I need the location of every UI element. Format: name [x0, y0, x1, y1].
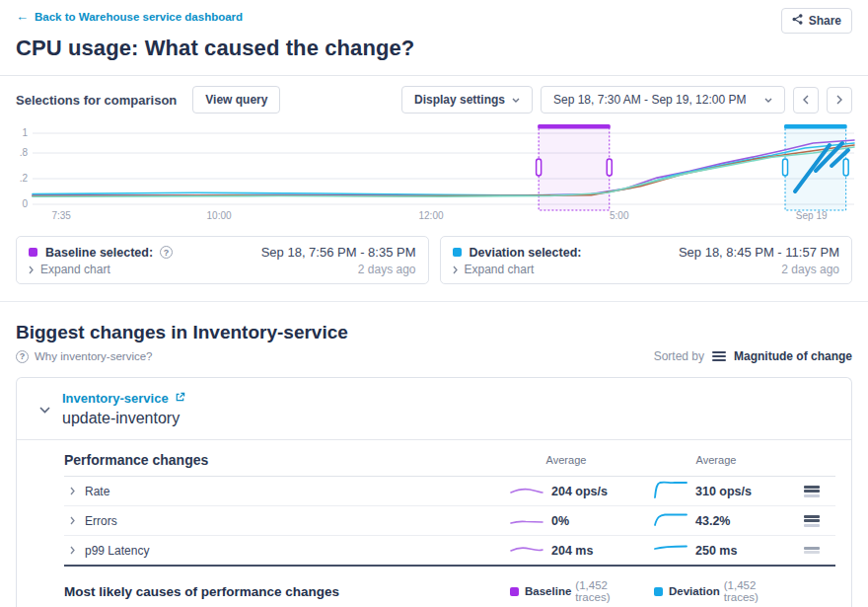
back-link[interactable]: ← Back to Warehouse service dashboard — [16, 10, 243, 23]
deviation-swatch — [453, 248, 462, 257]
date-range-value: Sep 18, 7:30 AM - Sep 19, 12:00 PM — [553, 93, 746, 107]
svg-text:.8: .8 — [20, 147, 29, 158]
baseline-sparkline — [510, 543, 543, 558]
svg-text:.2: .2 — [20, 173, 29, 184]
causes-header: Most likely causes of performance change… — [64, 565, 835, 607]
sort-icon[interactable] — [712, 351, 726, 361]
why-inventory-service-link[interactable]: ? Why inventory-service? — [16, 350, 153, 363]
page-title: CPU usage: What caused the change? — [16, 36, 852, 61]
baseline-label: Baseline selected: — [45, 246, 153, 260]
svg-text:10:00: 10:00 — [207, 210, 232, 221]
chevron-right-icon[interactable] — [70, 487, 75, 495]
comparison-chart[interactable]: 1.8.207:3510:0012:005:00Sep 19 — [0, 119, 868, 226]
magnitude-of-change-icon[interactable] — [804, 486, 820, 497]
external-link-icon — [175, 392, 185, 406]
baseline-sparkline — [510, 513, 543, 528]
magnitude-of-change-icon[interactable] — [804, 515, 820, 527]
biggest-changes-header: Biggest changes in Inventory-service ? W… — [16, 322, 852, 363]
deviation-sparkline — [654, 511, 687, 530]
next-time-button[interactable] — [827, 87, 852, 114]
operation-name: update-inventory — [62, 410, 185, 427]
back-arrow-icon: ← — [16, 10, 29, 23]
deviation-legend: Deviation (1,452 traces) — [644, 579, 788, 603]
perf-row-p99-latency[interactable]: p99 Latency 204 ms 250 ms — [64, 536, 835, 566]
deviation-ago: 2 days ago — [781, 263, 839, 276]
baseline-ago: 2 days ago — [358, 263, 416, 276]
baseline-legend: Baseline (1,452 traces) — [488, 579, 644, 603]
baseline-average-header: Average — [488, 454, 644, 466]
deviation-card: Deviation selected: Sep 18, 8:45 PM - 11… — [440, 236, 853, 284]
date-range-select[interactable]: Sep 18, 7:30 AM - Sep 19, 12:00 PM — [541, 86, 785, 114]
comparison-chart-svg[interactable]: 1.8.207:3510:0012:005:00Sep 19 — [0, 119, 868, 223]
magnitude-of-change-icon[interactable] — [804, 547, 820, 555]
baseline-expand-chart[interactable]: Expand chart — [29, 263, 110, 276]
chevron-down-icon — [512, 98, 520, 103]
svg-text:5:00: 5:00 — [610, 210, 629, 221]
svg-text:Sep 19: Sep 19 — [796, 210, 828, 221]
svg-text:7:35: 7:35 — [51, 210, 71, 221]
deviation-sparkline — [654, 543, 687, 558]
baseline-sparkline — [510, 484, 543, 498]
service-card-header[interactable]: Inventory-service update-inventory — [17, 378, 851, 440]
deviation-range: Sep 18, 8:45 PM - 11:57 PM — [679, 245, 839, 260]
chevron-left-icon — [803, 95, 809, 105]
toolbar-right: Display settings Sep 18, 7:30 AM - Sep 1… — [401, 86, 852, 114]
deviation-sparkline — [654, 480, 687, 502]
svg-text:1: 1 — [22, 127, 28, 138]
prev-time-button[interactable] — [793, 87, 819, 114]
deviation-expand-chart[interactable]: Expand chart — [453, 263, 535, 276]
selections-label: Selections for comparison — [16, 93, 177, 108]
deviation-average-header: Average — [644, 454, 788, 466]
inventory-service-link[interactable]: Inventory-service — [62, 391, 169, 406]
svg-text:0: 0 — [22, 198, 28, 209]
sorted-by-label: Sorted by — [654, 349, 704, 363]
comparison-toolbar: Selections for comparison View query Dis… — [0, 76, 868, 117]
chevron-right-icon — [836, 95, 842, 105]
chevron-right-icon[interactable] — [70, 516, 75, 525]
baseline-swatch — [29, 248, 37, 257]
deviation-label: Deviation selected: — [470, 246, 582, 260]
baseline-card: Baseline selected: ? Sep 18, 7:56 PM - 8… — [16, 236, 429, 284]
chevron-right-icon — [453, 266, 458, 274]
sorted-by-control: Sorted by Magnitude of change — [654, 349, 852, 363]
view-query-button[interactable]: View query — [192, 86, 280, 114]
baseline-swatch — [510, 587, 519, 596]
baseline-range: Sep 18, 7:56 PM - 8:35 PM — [261, 245, 416, 260]
share-icon — [792, 14, 803, 28]
inventory-service-card: Inventory-service update-inventory Perfo… — [16, 377, 852, 607]
chevron-down-icon[interactable] — [39, 403, 50, 417]
svg-text:12:00: 12:00 — [418, 210, 443, 221]
back-link-label: Back to Warehouse service dashboard — [35, 11, 243, 23]
share-button[interactable]: Share — [781, 8, 852, 34]
selection-cards: Baseline selected: ? Sep 18, 7:56 PM - 8… — [16, 236, 852, 284]
causes-title: Most likely causes of performance change… — [64, 584, 488, 599]
deviation-swatch — [654, 587, 663, 596]
section-divider — [0, 301, 868, 302]
biggest-changes-title: Biggest changes in Inventory-service — [16, 322, 852, 343]
share-label: Share — [809, 14, 841, 28]
perf-row-errors[interactable]: Errors 0% 43.2% — [64, 506, 835, 536]
performance-changes-title: Performance changes — [64, 452, 488, 468]
performance-changes-section: Performance changes Average Average Rate… — [17, 440, 851, 607]
chevron-right-icon — [29, 266, 34, 274]
page-header: ← Back to Warehouse service dashboard Sh… — [0, 0, 868, 61]
chevron-right-icon[interactable] — [70, 546, 75, 555]
display-settings-button[interactable]: Display settings — [401, 86, 533, 114]
sort-value[interactable]: Magnitude of change — [734, 349, 852, 363]
chevron-down-icon — [764, 98, 772, 103]
help-icon[interactable]: ? — [160, 246, 173, 259]
perf-row-rate[interactable]: Rate 204 ops/s 310 ops/s — [64, 477, 835, 506]
help-icon: ? — [16, 350, 29, 363]
